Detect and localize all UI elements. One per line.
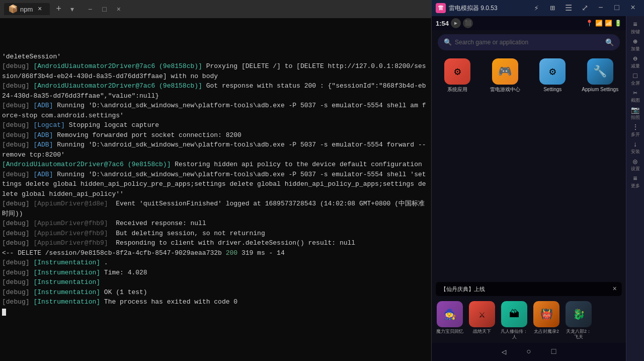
terminal-line-part: [debug]: [2, 239, 33, 247]
terminal-line-part: Restoring hidden api policy to the devic…: [171, 161, 422, 168]
play-button[interactable]: ▶: [451, 18, 461, 28]
terminal-output[interactable]: 'deleteSession'[debug] [AndroidUiautomat…: [0, 18, 431, 361]
terminal-line-part: [AndroidUiautomator2Driver@7ac6 (9e8158c…: [33, 62, 202, 70]
terminal-line-part: [AppiumDriver@fhb9]: [33, 220, 108, 227]
app-item[interactable]: 🔧Appium Settings: [581, 58, 620, 93]
notification-close-button[interactable]: ×: [613, 285, 617, 293]
terminal-line-part: [debug]: [2, 141, 33, 149]
record-button[interactable]: ⬛: [463, 18, 473, 28]
notification-text: 【仙丹庆典】上线: [441, 285, 610, 293]
emulator-multi-icon[interactable]: ⊞: [545, 1, 559, 15]
sidebar-icon-button[interactable]: 📷拍照: [627, 106, 643, 122]
terminal-line-part: Received response: null: [108, 220, 206, 227]
game-item[interactable]: ⚔战绝天下: [468, 301, 496, 340]
sidebar-icon-symbol: ✂: [633, 90, 637, 97]
phone-status-bar: 1:54 ▶ ⬛ 📍 📶 📶 🔋: [432, 16, 626, 30]
game-item[interactable]: 🧙魔力宝贝回忆: [436, 301, 464, 340]
terminal-line-part: [debug]: [2, 230, 33, 237]
game-icon: ⚔: [469, 301, 495, 327]
terminal-line-part: [Logcat]: [33, 121, 64, 129]
tab-dropdown-button[interactable]: ▾: [67, 5, 77, 13]
sidebar-icon-button[interactable]: ◎设置: [627, 157, 643, 173]
emulator-window-controls: ⚡ ⊞ ☰ ⤢ − □ ×: [529, 1, 640, 15]
sidebar-icon-symbol: ⊖: [633, 55, 637, 62]
terminal-tab[interactable]: 📦 npm ×: [4, 3, 50, 15]
terminal-line-part: [Instrumentation]: [33, 278, 100, 286]
game-item[interactable]: 🐉天龙八部2：飞天: [565, 301, 593, 340]
search-bar[interactable]: 🔍 Search game or application 🔍: [438, 34, 620, 50]
terminal-panel: 📦 npm × + ▾ − □ × 'deleteSession'[debug]…: [0, 0, 432, 361]
app-icon: 🔧: [587, 58, 613, 85]
game-label: 魔力宝贝回忆: [436, 329, 463, 334]
sidebar-icon-button[interactable]: ≡更多: [627, 174, 643, 190]
emulator-close-btn[interactable]: ×: [626, 1, 640, 15]
phone-screen: 1:54 ▶ ⬛ 📍 📶 📶 🔋 🔍 Search game or applic…: [432, 16, 626, 361]
terminal-line-part: [AndroidUiautomator2Driver@7ac6 (9e8158c…: [2, 161, 171, 168]
sidebar-icon-button[interactable]: □全屏: [627, 71, 643, 88]
terminal-line: [debug] [AppiumDriver@1d8e] Event 'quitS…: [2, 199, 429, 219]
terminal-line: [debug] [ADB] Running 'D:\android_sdk_wi…: [2, 101, 429, 120]
tab-close-button[interactable]: ×: [36, 5, 44, 13]
sidebar-icon-button[interactable]: ↓安装: [627, 140, 643, 156]
sidebar-icon-label: 截图: [631, 97, 640, 104]
sidebar-icon-label: 全屏: [631, 80, 640, 87]
terminal-line-part: 200: [226, 249, 237, 257]
terminal-line-part: [ADB]: [33, 131, 53, 139]
terminal-line: [debug] [Instrumentation] OK (1 test): [2, 287, 429, 298]
emulator-minimize-btn[interactable]: −: [594, 1, 608, 15]
emulator-maximize-btn[interactable]: □: [610, 1, 624, 15]
bottom-section: 【仙丹庆典】上线 × 🧙魔力宝贝回忆⚔战绝天下🏔凡人修仙传：人👹太占封魔录2🐉天…: [432, 280, 626, 361]
terminal-line-part: [debug]: [2, 131, 33, 139]
terminal-line: [debug] [ADB] Running 'D:\android_sdk_wi…: [2, 170, 429, 199]
terminal-line-part: [AppiumDriver@fhb9]: [33, 239, 108, 247]
terminal-line-part: Responding to client with driver.deleteS…: [108, 239, 355, 247]
battery-icon: 🔋: [614, 20, 622, 27]
terminal-line-part: [debug]: [2, 121, 33, 129]
terminal-line: [debug] [AppiumDriver@fhb9] But deleting…: [2, 229, 429, 239]
terminal-line: [debug] [AppiumDriver@fhb9] Received res…: [2, 219, 429, 229]
terminal-line-part: [AppiumDriver@1d8e]: [33, 200, 108, 207]
status-icons: 📍 📶 📶 🔋: [586, 20, 622, 27]
maximize-button[interactable]: □: [99, 5, 109, 13]
sidebar-icon-button[interactable]: ⊕加量: [627, 37, 643, 53]
notification-banner: 【仙丹庆典】上线 ×: [436, 282, 622, 296]
terminal-line-part: Running 'D:\android_sdk_windows_new\plat…: [2, 141, 426, 159]
play-controls: ▶ ⬛: [451, 18, 473, 28]
game-label: 太占封魔录2: [534, 329, 559, 334]
terminal-titlebar: 📦 npm × + ▾ − □ ×: [0, 0, 431, 18]
close-button[interactable]: ×: [114, 5, 124, 13]
emulator-expand-icon[interactable]: ⤢: [578, 1, 592, 15]
app-item[interactable]: ⚙系统应用: [438, 58, 477, 93]
sidebar-icon-button[interactable]: ✂截图: [627, 89, 643, 105]
nav-back-button[interactable]: ◁: [502, 347, 507, 357]
emulator-flash-icon[interactable]: ⚡: [529, 1, 543, 15]
game-item[interactable]: 👹太占封魔录2: [532, 301, 560, 340]
sidebar-icon-button[interactable]: ⋮多开: [627, 123, 643, 139]
app-item[interactable]: ⚙Settings: [533, 58, 573, 93]
terminal-line: [debug] [Instrumentation] Time: 4.028: [2, 268, 429, 278]
game-icon: 🧙: [437, 301, 463, 327]
nav-recents-button[interactable]: □: [551, 347, 556, 356]
app-label: Appium Settings: [582, 87, 618, 93]
terminal-line-part: [Instrumentation]: [33, 259, 100, 266]
sidebar-icon-button[interactable]: ≡按键: [627, 20, 643, 36]
app-grid: ⚙系统应用🎮雷电游戏中心⚙Settings🔧Appium Settings: [432, 54, 626, 97]
game-label: 凡人修仙传：人: [500, 329, 528, 340]
emulator-title: 雷电模拟器 9.0.53: [449, 4, 498, 13]
minimize-button[interactable]: −: [85, 5, 95, 13]
app-icon: ⚙: [444, 58, 470, 85]
game-item[interactable]: 🏔凡人修仙传：人: [500, 301, 528, 340]
sidebar-icon-button[interactable]: ⊖减量: [627, 54, 643, 70]
search-icon: 🔍: [444, 38, 452, 46]
app-item[interactable]: 🎮雷电游戏中心: [486, 58, 525, 93]
terminal-line-part: [ADB]: [33, 171, 53, 178]
npm-tab-icon: 📦: [9, 5, 17, 13]
emulator-settings-icon[interactable]: ☰: [561, 1, 576, 15]
new-tab-button[interactable]: +: [54, 4, 63, 14]
terminal-line-part: [debug]: [2, 288, 33, 296]
search-submit-button[interactable]: 🔍: [605, 38, 614, 47]
game-icon: 🐉: [566, 301, 592, 327]
search-placeholder-text: Search game or application: [455, 39, 528, 46]
terminal-line: [debug] [AppiumDriver@fhb9] Responding t…: [2, 238, 429, 248]
nav-home-button[interactable]: ○: [526, 347, 531, 356]
